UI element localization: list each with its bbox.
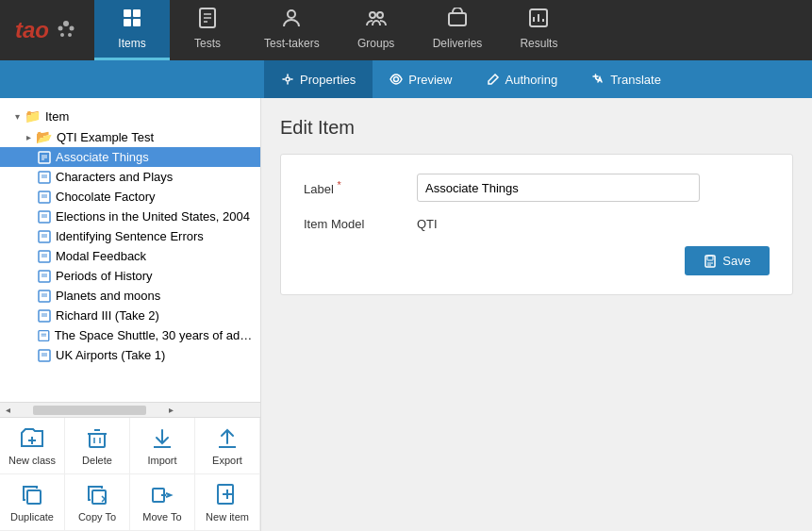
svg-point-2: [68, 33, 72, 37]
item-model-row: Item Model QTI: [304, 217, 770, 231]
properties-icon: [281, 73, 294, 86]
delete-label: Delete: [82, 455, 112, 466]
tree-item-icon-3: [38, 210, 51, 224]
svg-point-13: [288, 10, 295, 18]
new-item-button[interactable]: New item: [195, 474, 260, 531]
nav-item-items[interactable]: Items: [94, 0, 170, 60]
save-button[interactable]: Save: [685, 246, 770, 275]
duplicate-label: Duplicate: [10, 511, 54, 523]
tab-translate-label: Translate: [610, 73, 661, 87]
tree-item-label-3: Elections in the United States, 2004: [56, 209, 250, 224]
preview-icon: [389, 73, 403, 86]
copy-to-button[interactable]: Copy To: [65, 474, 130, 531]
tree-item-richard[interactable]: Richard III (Take 2): [0, 306, 260, 325]
nav-item-test-takers[interactable]: Test-takers: [245, 0, 339, 60]
svg-point-3: [60, 33, 64, 37]
export-label: Export: [212, 455, 242, 466]
tree-item-icon-2: [38, 191, 51, 204]
duplicate-button[interactable]: Duplicate: [0, 474, 65, 531]
nav-label-deliveries: Deliveries: [433, 37, 483, 50]
tab-properties[interactable]: Properties: [264, 60, 373, 98]
main-layout: ▾ 📁 Item ▸ 📂 QTI Example Test Associate …: [0, 98, 812, 531]
bottom-toolbar: New class Delete Import: [0, 417, 260, 531]
form-actions: Save: [304, 246, 770, 275]
tree-folder-qti[interactable]: ▸ 📂 QTI Example Test: [0, 126, 260, 147]
svg-point-15: [377, 12, 383, 18]
right-panel: Edit Item Label * Item Model QTI Save: [261, 98, 812, 531]
tree-item-label-1: Characters and Plays: [56, 170, 173, 184]
tree-item-associate-things[interactable]: Associate Things: [0, 147, 260, 167]
tree-item-label-4: Identifying Sentence Errors: [56, 229, 204, 243]
groups-icon: [366, 8, 387, 33]
tree-item-chocolate[interactable]: Chocolate Factory: [0, 187, 260, 207]
nav-label-results: Results: [520, 37, 557, 50]
translate-icon: [591, 73, 605, 86]
tree-item-icon-5: [38, 250, 51, 263]
tab-translate[interactable]: Translate: [574, 60, 678, 98]
svg-point-22: [394, 77, 399, 82]
svg-rect-16: [449, 13, 466, 25]
tree-item-identifying[interactable]: Identifying Sentence Errors: [0, 226, 260, 246]
tree-item-space-shuttle[interactable]: The Space Shuttle, 30 years of adventur: [0, 325, 260, 345]
nav-label-tests: Tests: [194, 37, 221, 50]
move-to-icon: [150, 483, 174, 507]
tab-authoring-label: Authoring: [505, 73, 558, 87]
test-takers-icon: [281, 8, 302, 33]
tree-root-folder-icon: 📁: [25, 108, 41, 124]
svg-point-14: [370, 12, 375, 18]
label-input[interactable]: [417, 174, 700, 202]
tree-item-planets[interactable]: Planets and moons: [0, 286, 260, 306]
logo-icon: [53, 17, 79, 43]
tree-item-label-6: Periods of History: [56, 269, 153, 283]
nav-item-groups[interactable]: Groups: [339, 0, 414, 60]
tab-preview[interactable]: Preview: [373, 60, 469, 98]
tab-preview-label: Preview: [408, 73, 452, 87]
tree-item-label-8: Richard III (Take 2): [56, 308, 159, 323]
tree-item-label-10: UK Airports (Take 1): [56, 348, 165, 362]
move-to-label: Move To: [142, 511, 181, 523]
svg-rect-6: [133, 9, 141, 17]
nav-label-groups: Groups: [357, 37, 394, 50]
tree-area: ▾ 📁 Item ▸ 📂 QTI Example Test Associate …: [0, 98, 260, 402]
second-toolbar: Properties Preview Authoring Translate: [0, 60, 812, 98]
app-logo: tao: [0, 0, 94, 60]
copy-to-icon: [85, 483, 109, 507]
delete-button[interactable]: Delete: [65, 418, 130, 474]
tree-item-modal[interactable]: Modal Feedback: [0, 246, 260, 266]
svg-point-4: [58, 26, 63, 31]
new-class-icon: [20, 426, 44, 451]
tab-authoring[interactable]: Authoring: [470, 60, 575, 98]
nav-item-tests[interactable]: Tests: [170, 0, 245, 60]
top-navigation: tao Items Tests Test-takers: [0, 0, 812, 60]
move-to-button[interactable]: Move To: [130, 474, 195, 531]
new-class-button[interactable]: New class: [0, 418, 65, 474]
delete-icon: [85, 426, 109, 451]
edit-title: Edit Item: [280, 117, 793, 139]
left-panel: ▾ 📁 Item ▸ 📂 QTI Example Test Associate …: [0, 98, 261, 531]
nav-item-deliveries[interactable]: Deliveries: [414, 0, 502, 60]
tree-item-characters[interactable]: Characters and Plays: [0, 167, 260, 187]
label-field-label: Label *: [304, 179, 417, 196]
svg-point-1: [70, 26, 75, 31]
tree-item-elections[interactable]: Elections in the United States, 2004: [0, 207, 260, 226]
svg-rect-59: [90, 434, 105, 447]
tree-item-icon-associate: [38, 151, 51, 164]
scroll-left-arrow[interactable]: ◂: [2, 405, 14, 415]
edit-form: Label * Item Model QTI Save: [280, 154, 793, 295]
tree-item-icon-8: [38, 309, 51, 323]
tree-root[interactable]: ▾ 📁 Item: [0, 106, 260, 126]
tree-root-arrow: ▾: [15, 111, 20, 122]
tree-item-label-5: Modal Feedback: [56, 249, 146, 263]
svg-rect-8: [133, 19, 141, 26]
tree-item-icon-10: [38, 349, 51, 362]
export-button[interactable]: Export: [195, 418, 260, 474]
tree-item-icon-1: [38, 171, 51, 184]
tree-item-periods[interactable]: Periods of History: [0, 266, 260, 286]
import-button[interactable]: Import: [130, 418, 195, 474]
tree-item-uk-airports[interactable]: UK Airports (Take 1): [0, 345, 260, 365]
scroll-right-arrow[interactable]: ▸: [165, 405, 177, 415]
nav-item-results[interactable]: Results: [501, 0, 576, 60]
scroll-handle[interactable]: [33, 406, 146, 415]
svg-rect-7: [124, 19, 131, 26]
horizontal-scrollbar[interactable]: ◂ ▸: [0, 402, 260, 417]
